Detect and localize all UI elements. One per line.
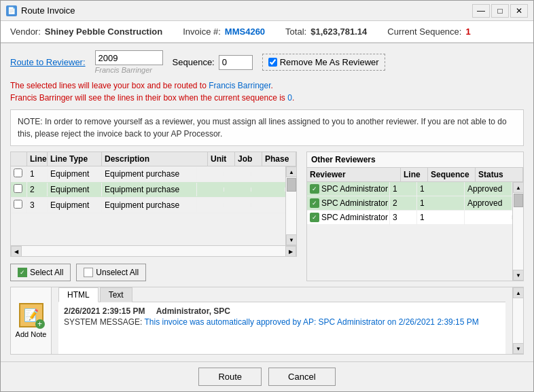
col-r-seq: Sequence (428, 168, 476, 181)
cancel-button[interactable]: Cancel (268, 368, 335, 386)
scroll-down-arrow[interactable]: ▼ (286, 234, 296, 245)
row2-desc: Equipment purchase (102, 183, 197, 196)
remove-reviewer-label: Remove Me As Reviewer (280, 57, 379, 67)
remove-reviewer-checkbox[interactable] (268, 58, 277, 67)
reviewer-input-group: Francis Barringer (95, 50, 163, 74)
note-text: NOTE: In order to remove yourself as a r… (18, 117, 507, 139)
row2-checkbox[interactable] (14, 184, 22, 193)
reviewer-row[interactable]: ✓ SPC Administrator 2 1 Approved (307, 196, 512, 211)
row3-checkbox[interactable] (14, 200, 22, 209)
h-scroll-right[interactable]: ▶ (285, 246, 296, 257)
info-line1: The selected lines will leave your box a… (10, 79, 524, 92)
reviewer-id-input[interactable] (95, 50, 163, 65)
title-bar: 📄 Route Invoice — □ ✕ (1, 1, 533, 21)
select-all-button[interactable]: ✓ Select All (10, 264, 71, 281)
total-field: Total: $1,623,781.14 (285, 26, 367, 37)
select-buttons-row: ✓ Select All Unselect All (10, 261, 297, 281)
r-scroll-up[interactable]: ▲ (513, 182, 523, 193)
sequence-input[interactable] (219, 55, 253, 70)
scroll-up-arrow[interactable]: ▲ (286, 166, 296, 177)
uncheck-icon (84, 268, 93, 277)
row1-desc: Equipment purchase (102, 167, 197, 181)
table-row[interactable]: 2 Equipment Equipment purchase (11, 182, 285, 198)
row1-check[interactable] (11, 166, 27, 181)
col-reviewer: Reviewer (307, 168, 401, 181)
note-date-author: 2/26/2021 2:39:15 PM Administrator, SPC (64, 306, 500, 316)
vendor-value: Shiney Pebble Construction (45, 26, 162, 37)
r2-seq: 1 (417, 196, 465, 210)
r1-status: Approved (465, 182, 512, 196)
table-row[interactable]: 1 Equipment Equipment purchase (11, 166, 285, 182)
reviewer-name: Francis Barringer (95, 66, 163, 74)
route-to-reviewer-link[interactable]: Route to Reviewer: (10, 57, 86, 67)
lines-table-body: 1 Equipment Equipment purchase 2 Equip (11, 166, 285, 245)
add-note-label: Add Note (16, 330, 47, 338)
row3-check[interactable] (11, 198, 27, 213)
col-r-line: Line (401, 168, 428, 181)
row2-phase (251, 188, 285, 192)
close-button[interactable]: ✕ (510, 4, 528, 18)
r3-reviewer: ✓ SPC Administrator (307, 211, 390, 224)
info-messages: The selected lines will leave your box a… (10, 79, 524, 104)
scroll-thumb[interactable] (287, 178, 296, 192)
note-message-blue: This invoice was automatically approved … (144, 317, 478, 327)
reviewer-row[interactable]: ✓ SPC Administrator 1 1 Approved (307, 182, 512, 196)
col-line: Line (27, 152, 48, 166)
col-r-status: Status (476, 168, 523, 181)
route-row: Route to Reviewer: Francis Barringer Seq… (10, 50, 524, 74)
sequence-group: Sequence: (173, 55, 253, 70)
r2-reviewer: ✓ SPC Administrator (307, 196, 390, 210)
notes-scroll-down[interactable]: ▼ (513, 343, 524, 354)
header-bar: Vendor: Shiney Pebble Construction Invoi… (1, 21, 533, 43)
r-scroll-down[interactable]: ▼ (513, 270, 523, 281)
row2-job (224, 188, 251, 192)
lines-table-scrollbar[interactable]: ▲ ▼ (285, 166, 296, 245)
remove-reviewer-group: Remove Me As Reviewer (262, 54, 385, 71)
row3-type: Equipment (48, 198, 102, 212)
notes-scrollbar[interactable]: ▲ ▼ (512, 287, 523, 354)
note-box: NOTE: In order to remove yourself as a r… (10, 109, 524, 146)
notes-content: HTML Text 2/26/2021 2:39:15 PM Administr… (58, 287, 505, 354)
row1-job (224, 172, 251, 176)
other-reviewers-title: Other Reviewers (307, 152, 523, 168)
r3-status (465, 215, 512, 219)
table-row[interactable]: 3 Equipment Equipment purchase (11, 198, 285, 213)
row2-check[interactable] (11, 182, 27, 197)
col-linetype: Line Type (48, 152, 102, 166)
other-reviewers-header: Reviewer Line Sequence Status (307, 168, 523, 182)
add-note-button[interactable]: 📝 Add Note (11, 287, 52, 354)
invoice-label: Invoice #: (183, 26, 221, 37)
other-reviewers-table: Other Reviewers Reviewer Line Sequence S… (306, 152, 524, 281)
route-button[interactable]: Route (198, 368, 262, 386)
r-scroll-thumb[interactable] (514, 194, 523, 207)
h-scroll-track (22, 246, 285, 256)
minimize-button[interactable]: — (472, 4, 490, 18)
reviewer-icon: ✓ (310, 184, 319, 194)
unselect-all-button[interactable]: Unselect All (76, 264, 146, 281)
r1-reviewer: ✓ SPC Administrator (307, 182, 390, 196)
lines-h-scroll[interactable]: ◀ ▶ (11, 245, 296, 256)
sequence-value: 1 (465, 26, 470, 37)
tab-text[interactable]: Text (100, 287, 132, 302)
notes-tabs: HTML Text (58, 287, 505, 302)
invoice-value: MMS4260 (225, 26, 265, 37)
row1-unit (197, 172, 224, 176)
other-reviewers-body: ✓ SPC Administrator 1 1 Approved ✓ SPC A… (307, 182, 512, 281)
maximize-button[interactable]: □ (491, 4, 509, 18)
row2-type: Equipment (48, 183, 102, 196)
reviewer-row[interactable]: ✓ SPC Administrator 3 1 (307, 211, 512, 225)
row1-line: 1 (27, 167, 48, 181)
lines-table-header: Line Line Type Description Unit Job Phas… (11, 152, 296, 166)
window-icon: 📄 (6, 5, 17, 16)
row1-checkbox[interactable] (14, 168, 22, 177)
content-area: Route to Reviewer: Francis Barringer Seq… (1, 43, 533, 361)
h-scroll-left[interactable]: ◀ (11, 246, 22, 257)
total-value: $1,623,781.14 (310, 26, 367, 37)
reviewers-scrollbar[interactable]: ▲ ▼ (512, 182, 523, 281)
row3-phase (251, 203, 285, 207)
check-icon: ✓ (18, 268, 27, 277)
row3-unit (197, 203, 224, 207)
notes-scroll-up[interactable]: ▲ (513, 287, 524, 298)
tab-html[interactable]: HTML (58, 287, 99, 302)
col-job: Job (235, 152, 262, 166)
